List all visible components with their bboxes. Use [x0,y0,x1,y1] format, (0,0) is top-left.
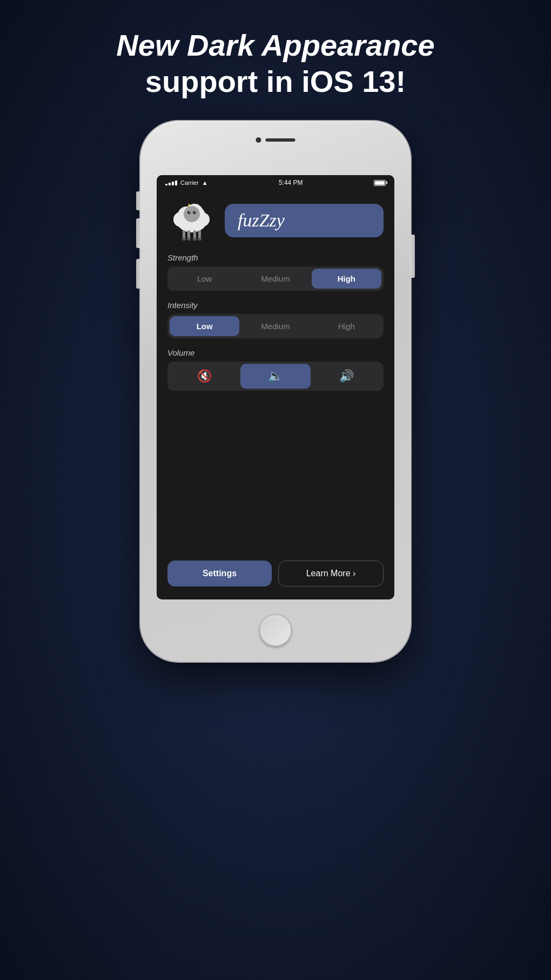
signal-dot-4 [175,181,177,185]
signal-strength [165,181,177,185]
phone-top-sensors [256,137,295,143]
signal-dot-2 [169,183,171,185]
svg-rect-17 [187,238,191,241]
volume-low-button[interactable]: 🔇 [170,364,239,389]
settings-button[interactable]: Settings [167,561,272,586]
learn-more-button[interactable]: Learn More › [278,561,384,586]
front-camera [256,137,261,143]
svg-point-11 [194,211,196,212]
svg-rect-19 [198,238,201,241]
mute-switch [136,191,140,210]
sheep-logo [167,199,216,242]
wifi-icon: ▲ [202,179,208,186]
carrier-info: Carrier ▲ [165,179,208,186]
battery-icon [374,180,386,186]
volume-down-button [136,259,140,289]
app-header: fuzZzy [167,199,384,242]
strength-high-button[interactable]: High [312,269,381,289]
app-name-text: fuzZzy [238,210,371,231]
app-content: fuzZzy Strength Low Medium High Intensit… [157,190,394,599]
signal-dot-1 [165,184,167,185]
headline-line1: New Dark Appearance [116,28,434,62]
signal-dot-3 [172,182,174,185]
intensity-label: Intensity [167,301,384,310]
svg-rect-18 [193,238,197,241]
volume-label: Volume [167,348,384,357]
volume-medium-button[interactable]: 🔈 [240,364,310,389]
volume-section: Volume 🔇 🔈 🔊 [167,348,384,391]
phone-mockup: Carrier ▲ 5:44 PM [140,121,411,662]
home-button[interactable] [259,614,292,646]
phone-shell: Carrier ▲ 5:44 PM [140,121,411,662]
strength-label: Strength [167,253,384,262]
headline-line2: support in iOS 13! [145,64,406,98]
carrier-label: Carrier [180,179,199,186]
power-button [411,235,415,278]
intensity-low-button[interactable]: Low [170,316,239,336]
strength-low-button[interactable]: Low [170,269,239,289]
svg-point-10 [189,211,190,212]
svg-point-7 [184,206,200,222]
earpiece-speaker [266,138,295,142]
volume-up-button [136,218,140,248]
svg-point-9 [193,211,196,214]
bottom-buttons: Settings Learn More › [167,561,384,591]
status-bar: Carrier ▲ 5:44 PM [157,175,394,190]
status-time: 5:44 PM [279,179,303,186]
intensity-control[interactable]: Low Medium High [167,314,384,338]
strength-control[interactable]: Low Medium High [167,266,384,291]
strength-section: Strength Low Medium High [167,253,384,291]
headline: New Dark Appearance support in iOS 13! [95,27,456,99]
intensity-high-button[interactable]: High [312,316,381,336]
volume-high-button[interactable]: 🔊 [312,364,381,389]
svg-point-8 [187,211,191,214]
svg-rect-16 [182,238,186,241]
status-right [374,180,386,186]
strength-medium-button[interactable]: Medium [240,269,310,289]
intensity-medium-button[interactable]: Medium [240,316,310,336]
phone-screen: Carrier ▲ 5:44 PM [157,175,394,599]
app-name-badge: fuzZzy [225,204,384,237]
volume-control[interactable]: 🔇 🔈 🔊 [167,362,384,391]
intensity-section: Intensity Low Medium High [167,301,384,338]
battery-fill [375,181,385,185]
